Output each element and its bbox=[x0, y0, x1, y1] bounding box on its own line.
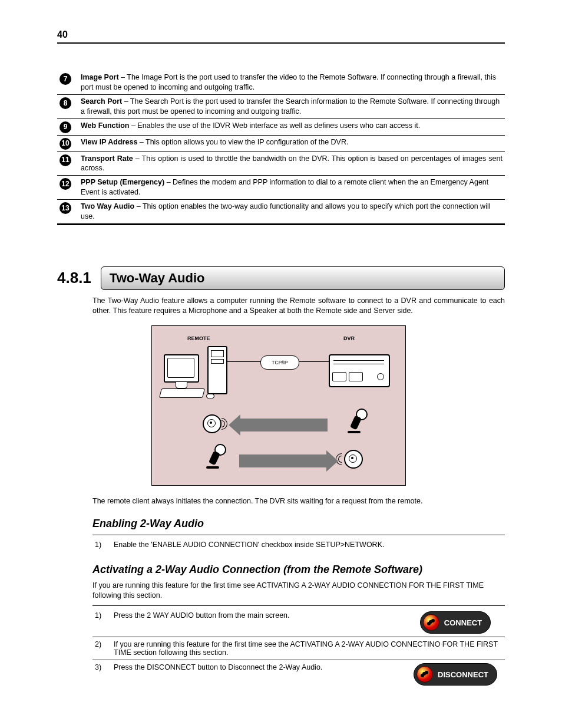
glossary-text: PPP Setup (Emergency) – Defines the mode… bbox=[78, 176, 505, 200]
glossary-text: Image Port – The Image Port is the port … bbox=[78, 71, 505, 94]
headset-icon bbox=[416, 666, 433, 683]
button-label: DISCONNECT bbox=[438, 670, 488, 679]
microphone-icon bbox=[205, 444, 223, 471]
glossary-row: 8Search Port – The Search Port is the po… bbox=[57, 94, 505, 118]
section-title: Two-Way Audio bbox=[101, 266, 505, 290]
number-badge-icon: 8 bbox=[59, 97, 71, 109]
section-number: 4.8.1 bbox=[57, 266, 101, 290]
glossary-text: View IP Address – This option allows you… bbox=[78, 135, 505, 151]
activating-steps: 1) Press the 2 WAY AUDIO button from the… bbox=[92, 608, 505, 689]
number-badge-icon: 11 bbox=[59, 154, 71, 166]
speaker-icon bbox=[344, 450, 363, 469]
step-number: 2) bbox=[92, 637, 111, 660]
glossary-row: 7Image Port – The Image Port is the port… bbox=[57, 71, 505, 94]
connect-button[interactable]: CONNECT bbox=[420, 611, 491, 634]
horizontal-rule bbox=[57, 42, 505, 44]
speaker-icon bbox=[203, 414, 222, 433]
divider bbox=[92, 535, 505, 535]
workstation-icon bbox=[164, 344, 246, 403]
glossary-table: 7Image Port – The Image Port is the port… bbox=[57, 71, 505, 225]
microphone-icon bbox=[346, 409, 364, 436]
dvr-icon bbox=[329, 354, 390, 387]
two-way-audio-diagram: REMOTE DVR TCP/IP bbox=[151, 325, 406, 486]
number-badge-icon: 13 bbox=[59, 202, 71, 214]
section-intro: The Two-Way Audio feature allows a compu… bbox=[92, 296, 505, 316]
step-number: 3) bbox=[92, 660, 111, 689]
activating-intro: If you are running this feature for the … bbox=[92, 581, 505, 601]
diagram-note: The remote client always initiates the c… bbox=[92, 496, 505, 506]
number-badge-icon: 9 bbox=[59, 121, 71, 133]
glossary-text: Two Way Audio – This option enables the … bbox=[78, 200, 505, 225]
glossary-text: Web Function – Enables the use of the ID… bbox=[78, 118, 505, 135]
step-number: 1) bbox=[92, 608, 111, 637]
arrow-left-icon bbox=[239, 419, 328, 431]
step-text: Press the 2 WAY AUDIO button from the ma… bbox=[111, 608, 406, 637]
button-label: CONNECT bbox=[444, 618, 482, 627]
glossary-row: 10View IP Address – This option allows y… bbox=[57, 135, 505, 151]
number-badge-icon: 7 bbox=[59, 73, 71, 85]
disconnect-button[interactable]: DISCONNECT bbox=[414, 663, 497, 686]
glossary-row: 13Two Way Audio – This option enables th… bbox=[57, 200, 505, 225]
step-row: 2) If you are running this feature for t… bbox=[92, 637, 505, 660]
divider bbox=[92, 605, 505, 606]
number-badge-icon: 10 bbox=[59, 138, 71, 150]
arrow-right-icon bbox=[239, 454, 328, 467]
subheading-activating: Activating a 2-Way Audio Connection (fro… bbox=[92, 564, 505, 576]
step-text: Press the DISCONNECT button to Disconnec… bbox=[111, 660, 406, 689]
page-number: 40 bbox=[57, 29, 505, 40]
number-badge-icon: 12 bbox=[59, 178, 71, 190]
glossary-text: Transport Rate – This option is used to … bbox=[78, 151, 505, 176]
tcpip-label: TCP/IP bbox=[260, 355, 299, 370]
enabling-steps: 1) Enable the 'ENABLE AUDIO CONNECTION' … bbox=[92, 538, 505, 552]
step-row: 1) Press the 2 WAY AUDIO button from the… bbox=[92, 608, 505, 637]
step-number: 1) bbox=[92, 538, 111, 552]
glossary-row: 11Transport Rate – This option is used t… bbox=[57, 151, 505, 176]
step-text: If you are running this feature for the … bbox=[111, 637, 505, 660]
step-row: 1) Enable the 'ENABLE AUDIO CONNECTION' … bbox=[92, 538, 505, 552]
step-text: Enable the 'ENABLE AUDIO CONNECTION' che… bbox=[111, 538, 505, 552]
glossary-row: 12PPP Setup (Emergency) – Defines the mo… bbox=[57, 176, 505, 200]
diagram-remote-label: REMOTE bbox=[187, 335, 210, 341]
diagram-dvr-label: DVR bbox=[343, 335, 355, 341]
glossary-text: Search Port – The Search Port is the por… bbox=[78, 94, 505, 118]
subheading-enabling: Enabling 2-Way Audio bbox=[92, 518, 505, 530]
glossary-row: 9Web Function – Enables the use of the I… bbox=[57, 118, 505, 135]
step-row: 3) Press the DISCONNECT button to Discon… bbox=[92, 660, 505, 689]
headset-icon bbox=[423, 614, 439, 631]
section-header: 4.8.1 Two-Way Audio bbox=[57, 266, 505, 290]
